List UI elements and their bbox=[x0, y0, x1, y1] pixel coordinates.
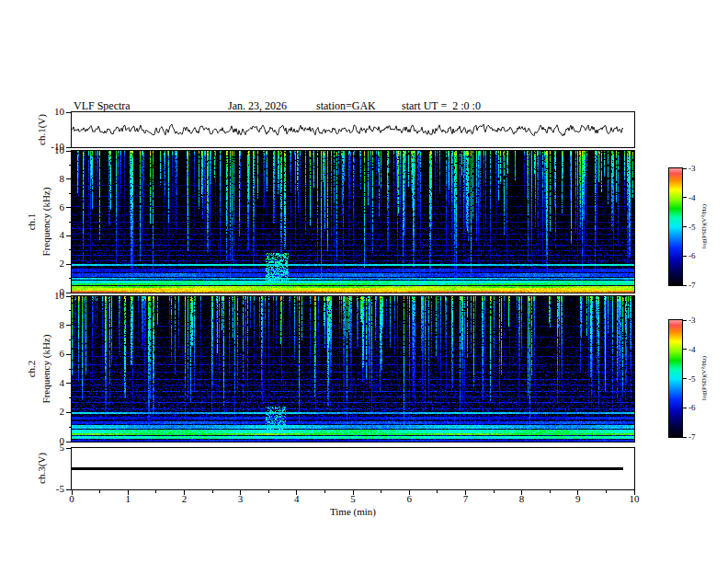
colorbar2-tick bbox=[683, 437, 687, 438]
colorbar1-tick bbox=[683, 285, 687, 286]
x-axis-tick-label: 1 bbox=[115, 493, 141, 505]
spec2-y-tick-label: 6 bbox=[39, 348, 64, 360]
colorbar2-tick bbox=[683, 378, 687, 379]
colorbar1-tick-label: -6 bbox=[688, 251, 711, 261]
x-axis-minor-tick bbox=[324, 490, 325, 493]
colorbar2-tick-label: -6 bbox=[688, 403, 711, 413]
spec2-y-tick bbox=[66, 325, 72, 326]
x-axis-tick-label: 9 bbox=[565, 493, 591, 505]
spec2-y-minor-tick bbox=[69, 427, 72, 428]
x-axis-minor-tick bbox=[606, 490, 607, 493]
spec1-y-tick bbox=[66, 207, 72, 208]
spec2-y-tick bbox=[66, 296, 72, 297]
spec1-y-tick bbox=[66, 293, 72, 293]
wave3-y-tick-label: -5 bbox=[39, 483, 64, 495]
spec1-y-tick-label: 4 bbox=[39, 229, 64, 241]
x-axis-tick-label: 7 bbox=[452, 493, 478, 505]
wave1-y-tick-label: 10 bbox=[39, 106, 64, 118]
spec1-y-tick-label: 2 bbox=[39, 258, 64, 270]
colorbar2-tick bbox=[683, 408, 687, 408]
colorbar1-panel bbox=[668, 167, 683, 286]
x-axis-minor-tick bbox=[494, 490, 495, 493]
colorbar1-tick bbox=[683, 226, 687, 227]
spec2-y-tick-label: 8 bbox=[39, 319, 64, 331]
colorbar2-panel bbox=[668, 319, 683, 438]
spec2-y-minor-tick bbox=[69, 397, 72, 398]
spec1-y-minor-tick bbox=[69, 193, 72, 194]
x-axis-tick-label: 2 bbox=[171, 493, 197, 505]
colorbar1-tick-label: -3 bbox=[688, 164, 711, 174]
wave3-y-tick-label: 5 bbox=[39, 442, 64, 454]
colorbar2-tick-label: -7 bbox=[688, 432, 711, 442]
colorbar2-tick-label: -4 bbox=[688, 345, 711, 355]
spec2-y-tick bbox=[66, 442, 72, 442]
ch1-frequency-axis-label: Frequency (kHz) bbox=[40, 188, 51, 257]
x-axis-minor-tick bbox=[437, 490, 438, 493]
ch1-waveform-canvas bbox=[72, 112, 634, 147]
spec1-y-tick-label: 6 bbox=[39, 201, 64, 213]
x-axis-minor-tick bbox=[155, 490, 156, 493]
colorbar2-tick bbox=[683, 349, 687, 350]
spec1-y-tick bbox=[66, 236, 72, 236]
x-axis-minor-tick bbox=[268, 490, 269, 493]
time-axis-label: Time (min) bbox=[316, 506, 390, 517]
spec1-y-tick bbox=[66, 151, 72, 152]
wave1-y-tick-label: -10 bbox=[39, 141, 64, 153]
spec1-y-minor-tick bbox=[69, 249, 72, 250]
spec2-y-tick-label: 2 bbox=[39, 406, 64, 418]
spec1-y-minor-tick bbox=[69, 165, 72, 166]
ch1-waveform-panel bbox=[71, 111, 635, 148]
spec2-y-tick bbox=[66, 412, 72, 413]
spec2-y-minor-tick bbox=[69, 369, 72, 370]
x-axis-tick-label: 3 bbox=[228, 493, 254, 505]
spec1-y-tick-label: 8 bbox=[39, 173, 64, 185]
x-axis-tick-label: 8 bbox=[509, 493, 535, 505]
ch3-waveform-panel bbox=[71, 447, 635, 490]
colorbar1-tick-label: -5 bbox=[688, 223, 711, 233]
x-axis-tick-label: 5 bbox=[340, 493, 366, 505]
ch1-spectrogram-canvas bbox=[72, 151, 634, 293]
spec1-y-tick bbox=[66, 264, 72, 265]
colorbar1-tick bbox=[683, 197, 687, 198]
ch3-waveform-canvas bbox=[72, 448, 634, 489]
x-axis-minor-tick bbox=[212, 490, 213, 493]
colorbar1-tick bbox=[683, 168, 687, 169]
spec1-y-tick bbox=[66, 178, 72, 179]
x-axis-minor-tick bbox=[381, 490, 381, 493]
spec2-y-minor-tick bbox=[69, 339, 72, 340]
x-axis-tick-label: 4 bbox=[284, 493, 310, 505]
spec2-y-tick bbox=[66, 354, 72, 355]
x-axis-minor-tick bbox=[550, 490, 551, 493]
vlf-spectra-figure: VLF Spectra Jan. 23, 2026 station=GAK st… bbox=[0, 0, 728, 563]
ch2-channel-axis-label: ch.2 bbox=[26, 361, 37, 378]
spec2-y-tick-label: 4 bbox=[39, 377, 64, 389]
ch2-spectrogram-canvas bbox=[72, 296, 634, 442]
x-axis-minor-tick bbox=[99, 490, 100, 493]
colorbar1-tick-label: -7 bbox=[688, 281, 711, 291]
spec2-y-minor-tick bbox=[69, 310, 72, 311]
colorbar1-gradient bbox=[669, 168, 682, 285]
spec2-y-tick-label: 10 bbox=[39, 290, 64, 302]
ch2-spectrogram-panel bbox=[71, 295, 635, 442]
ch3-voltage-axis-label: ch.3(V) bbox=[36, 453, 47, 484]
ch1-spectrogram-panel bbox=[71, 150, 635, 293]
spec1-y-minor-tick bbox=[69, 222, 72, 223]
spec2-y-tick bbox=[66, 383, 72, 384]
x-axis-tick-label: 6 bbox=[396, 493, 422, 505]
colorbar1-tick-label: -4 bbox=[688, 193, 711, 203]
wave1-y-tick bbox=[66, 112, 72, 113]
colorbar2-tick bbox=[683, 320, 687, 321]
colorbar2-gradient bbox=[669, 320, 682, 437]
colorbar1-tick bbox=[683, 256, 687, 257]
ch1-channel-axis-label: ch.1 bbox=[26, 213, 37, 231]
ch2-frequency-axis-label: Frequency (kHz) bbox=[40, 335, 51, 404]
spec1-y-minor-tick bbox=[69, 278, 72, 279]
colorbar2-tick-label: -5 bbox=[688, 374, 711, 385]
x-axis-tick-label: 10 bbox=[621, 493, 647, 505]
wave3-y-tick bbox=[66, 448, 72, 449]
wave1-y-tick bbox=[66, 147, 72, 148]
wave3-y-tick bbox=[66, 489, 72, 490]
colorbar2-tick-label: -3 bbox=[688, 316, 711, 326]
